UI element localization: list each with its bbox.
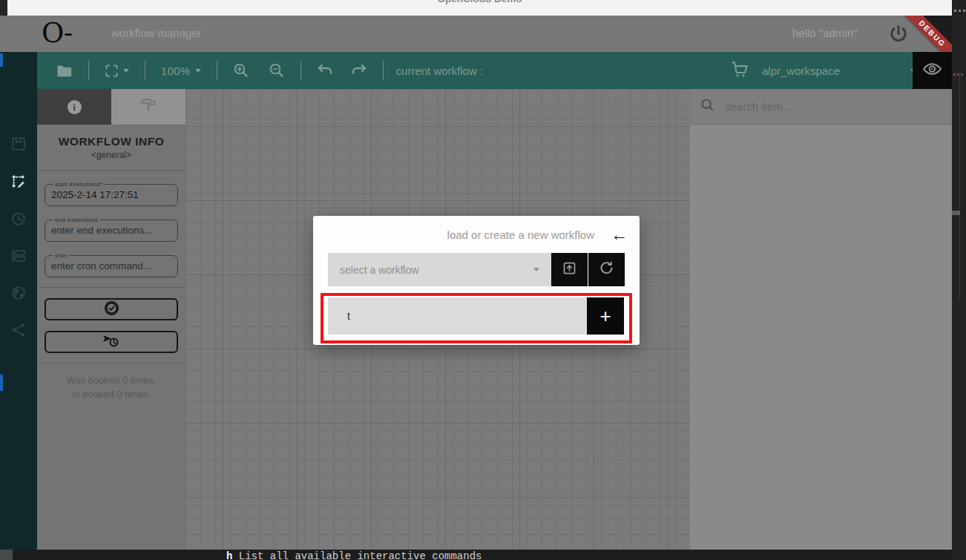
zoom-out-icon [269,62,285,79]
tab-info[interactable]: i [37,89,111,125]
refresh-icon [599,260,614,279]
item-panel [690,89,952,550]
redo-icon [351,64,367,77]
share-icon [10,328,27,340]
user-greeting: hello "admin" [792,27,857,39]
background-artifact [952,211,960,215]
panel-tabs: i [37,89,185,125]
zoom-level-button[interactable]: 100% [155,52,207,89]
background-window-strip [952,0,966,560]
load-box-icon [562,260,577,279]
rail-share-button[interactable] [10,322,27,338]
panel-divider [37,363,185,363]
canvas-toolbar: 100% [37,52,952,89]
folder-icon [56,64,73,78]
browser-title: OpenCloud Demo [7,0,952,4]
paint-roller-icon [140,97,157,116]
left-icon-rail [0,52,37,550]
load-workflow-button[interactable] [551,253,588,286]
current-workflow-label: current workflow : [396,65,484,77]
book-workflow-button[interactable] [45,331,178,353]
browser-titlebar: OpenCloud Demo [7,0,952,16]
undo-button[interactable] [311,52,339,89]
fit-screen-icon [105,64,119,78]
load-create-workflow-modal: load or create a new workflow ← select a… [313,216,640,345]
terminal-strip: h List all available interactive command… [0,550,966,560]
rail-save-button[interactable] [10,136,27,152]
eye-icon [922,61,942,80]
cron-field: cron [45,252,178,277]
preview-button[interactable] [913,52,952,89]
save-icon [10,142,27,154]
background-line [959,70,960,300]
modal-title: load or create a new workflow [447,228,594,241]
workflow-select[interactable]: select a workflow [328,253,551,286]
terminal-hint-text: List all available interactive commands [232,550,482,560]
rail-workflow-button[interactable] [10,174,27,190]
stat-line: Is booked 0 times. [37,387,185,401]
badge-check-icon [103,300,120,320]
app-title: workflow manager [111,27,202,39]
load-workflow-row: select a workflow [328,253,625,286]
chevron-down-icon [123,69,129,73]
validate-workflow-button[interactable] [45,298,178,320]
back-button[interactable]: ← [611,226,628,243]
toolbar-divider [217,61,217,80]
book-clock-icon [102,332,121,352]
workflow-edit-icon [10,179,27,192]
workspace-selector[interactable]: alpr_workspace [731,52,916,89]
terminal-notch [0,550,13,560]
new-workflow-name-input[interactable] [328,297,587,335]
toolbar-divider [300,61,301,80]
create-workflow-button[interactable]: + [587,297,624,335]
stat-line: Was booked 0 times. [37,373,185,387]
cron-input[interactable] [51,260,171,273]
undo-icon [317,64,333,77]
info-icon: i [68,100,82,114]
rail-history-button[interactable] [10,211,27,227]
chevron-down-icon [195,69,201,73]
fit-screen-button[interactable] [99,52,135,89]
rail-accent-top [0,53,3,67]
zoom-level: 100% [161,65,191,77]
rail-globe-button[interactable] [10,285,27,301]
app-logo[interactable]: O- [42,17,71,49]
workflow-select-placeholder: select a workflow [340,264,419,276]
background-artifact [953,73,963,76]
tab-style[interactable] [111,89,185,125]
end-executions-input[interactable] [51,224,171,237]
redo-button[interactable] [345,52,373,89]
start-executions-field: start executions* [45,181,178,206]
modal-header: load or create a new workflow ← [313,216,640,243]
zoom-in-button[interactable] [227,52,255,89]
open-folder-button[interactable] [50,52,79,89]
refresh-workflows-button[interactable] [588,253,625,286]
terminal-hint: h List all available interactive command… [226,550,482,560]
booking-stats: Was booked 0 times. Is booked 0 times. [37,373,185,401]
toolbar-divider [88,61,89,80]
item-search-bar [690,89,952,125]
start-executions-input[interactable] [51,188,171,202]
create-workflow-row-highlight: + [321,293,632,343]
search-input[interactable] [725,100,942,113]
app-header: O- workflow manager hello "admin" [0,16,952,52]
zoom-out-button[interactable] [263,52,291,89]
queue-icon [10,254,27,266]
panel-divider [37,170,185,171]
cart-icon [731,61,749,81]
toolbar-divider [145,61,145,80]
chevron-down-icon [533,268,539,271]
globe-icon [10,291,27,303]
history-icon [10,217,27,229]
ellipsis-icon [954,10,965,12]
field-label: cron [53,252,70,259]
search-icon [700,98,714,115]
rail-accent-bottom [0,375,3,391]
window-corner [0,0,7,16]
toolbar-divider [383,61,384,80]
field-label: start executions* [53,181,105,188]
panel-divider [37,287,185,288]
workspace-name: alpr_workspace [762,65,840,77]
rail-queue-button[interactable] [10,248,27,264]
panel-subtitle: <general> [37,150,185,160]
